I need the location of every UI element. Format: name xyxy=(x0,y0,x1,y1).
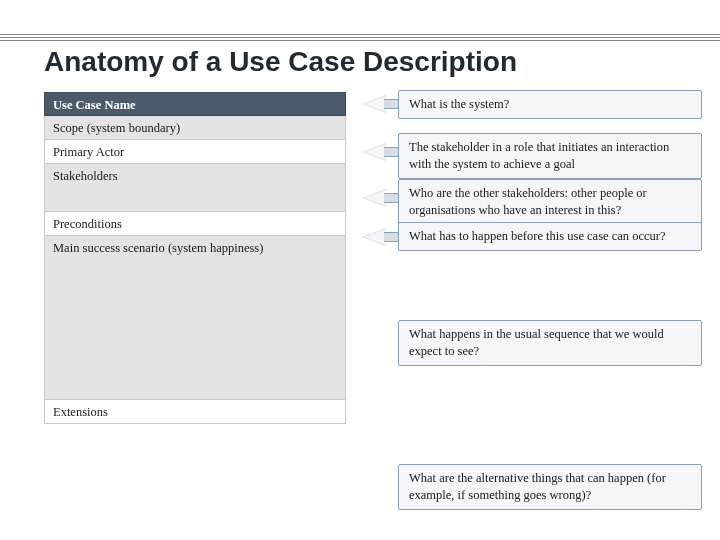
arrow-icon xyxy=(362,189,386,207)
row-use-case-name: Use Case Name xyxy=(44,92,346,116)
page-title: Anatomy of a Use Case Description xyxy=(44,46,517,78)
row-main-success: Main success scenario (system happiness) xyxy=(44,236,346,400)
arrow-icon xyxy=(362,143,386,161)
callout-usual-sequence: What happens in the usual sequence that … xyxy=(398,320,702,366)
use-case-table: Use Case Name Scope (system boundary) Pr… xyxy=(44,92,346,424)
row-primary-actor: Primary Actor xyxy=(44,140,346,164)
row-extensions: Extensions xyxy=(44,400,346,424)
row-scope: Scope (system boundary) xyxy=(44,116,346,140)
arrow-stem xyxy=(384,99,398,109)
arrow-icon xyxy=(362,95,386,113)
header-rule xyxy=(0,34,720,44)
callout-alternatives: What are the alternative things that can… xyxy=(398,464,702,510)
row-preconditions: Preconditions xyxy=(44,212,346,236)
arrow-stem xyxy=(384,147,398,157)
arrow-icon xyxy=(362,228,386,246)
callout-system: What is the system? xyxy=(398,90,702,119)
row-stakeholders: Stakeholders xyxy=(44,164,346,212)
callout-stakeholder-role: The stakeholder in a role that initiates… xyxy=(398,133,702,179)
callout-other-stakeholders: Who are the other stakeholders: other pe… xyxy=(398,179,702,225)
arrow-stem xyxy=(384,193,398,203)
arrow-stem xyxy=(384,232,398,242)
callout-preconditions: What has to happen before this use case … xyxy=(398,222,702,251)
